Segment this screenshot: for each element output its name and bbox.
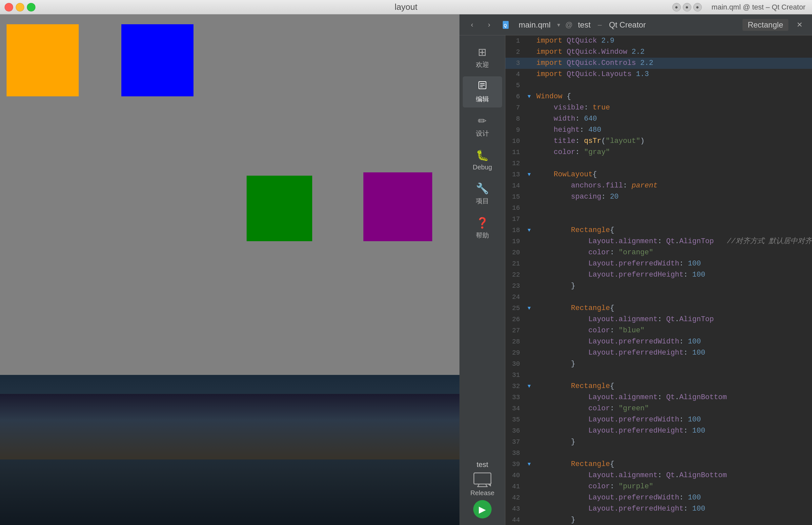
fold-gutter: ▸ [525, 124, 533, 136]
fold-gutter: ▸ [525, 214, 533, 225]
minimize-button[interactable] [16, 3, 24, 12]
svg-marker-10 [488, 484, 491, 487]
code-line-32: 32 ▼ Rectangle{ [505, 381, 812, 392]
window-ctrl-3[interactable]: ● [693, 3, 702, 12]
code-content: Layout.alignment: Qt.AlignTop //对齐方式 默认居… [533, 236, 812, 247]
code-line-8: 8 ▸ width: 640 [505, 114, 812, 124]
green-rectangle [247, 176, 312, 241]
code-line-33: 33 ▸ Layout.alignment: Qt.AlignBottom [505, 392, 812, 403]
code-content: height: 480 [533, 124, 812, 136]
title-bar-right: ● ● ● main.qml @ test – Qt Creator [666, 0, 812, 14]
window-ctrl-2[interactable]: ● [683, 3, 691, 12]
line-number: 11 [505, 147, 525, 158]
maximize-button[interactable] [27, 3, 35, 12]
line-number: 42 [505, 492, 525, 504]
code-line-6: 6 ▼ Window { [505, 91, 812, 102]
code-content: color: "purple" [533, 481, 812, 492]
code-content: Layout.alignment: Qt.AlignBottom [533, 470, 812, 481]
file-icon: Q [500, 19, 512, 31]
sidebar-item-help[interactable]: ❓ 帮助 [463, 213, 502, 244]
line-number: 34 [505, 403, 525, 414]
window-title-left: layout [394, 2, 417, 12]
fold-gutter[interactable]: ▼ [525, 303, 533, 314]
code-content: color: "gray" [533, 147, 812, 158]
line-number: 7 [505, 102, 525, 114]
sidebar-item-debug[interactable]: 🐛 Debug [463, 145, 502, 175]
fold-gutter[interactable]: ▼ [525, 381, 533, 392]
fold-gutter: ▸ [525, 514, 533, 525]
code-content [533, 448, 812, 459]
line-number: 6 [505, 91, 525, 102]
code-content: color: "green" [533, 403, 812, 414]
line-number: 1 [505, 35, 525, 47]
close-editor-button[interactable]: ✕ [794, 19, 806, 31]
sidebar-item-welcome[interactable]: ⊞ 欢迎 [463, 42, 502, 73]
fold-gutter[interactable]: ▼ [525, 169, 533, 180]
edit-icon [478, 80, 487, 93]
back-button[interactable]: ‹ [466, 19, 478, 31]
dropdown-arrow[interactable]: ▾ [557, 21, 560, 29]
fold-gutter: ▸ [525, 158, 533, 169]
code-line-39: 39 ▼ Rectangle{ [505, 459, 812, 470]
code-line-38: 38 ▸ [505, 448, 812, 459]
fold-gutter: ▸ [525, 35, 533, 47]
traffic-lights [4, 3, 35, 12]
code-content [533, 80, 812, 91]
code-content: Layout.preferredWidth: 100 [533, 492, 812, 504]
project-name: test [578, 20, 591, 30]
code-content [533, 214, 812, 225]
right-panel: ‹ › Q main.qml ▾ @ test – Qt Creator Rec… [460, 14, 812, 525]
fold-gutter: ▸ [525, 504, 533, 514]
sidebar-item-project[interactable]: 🔧 项目 [463, 178, 502, 209]
window-ctrl-1[interactable]: ● [672, 3, 681, 12]
line-number: 16 [505, 202, 525, 214]
close-button[interactable] [4, 3, 13, 12]
line-number: 31 [505, 370, 525, 381]
sidebar-item-design[interactable]: ✏ 设计 [463, 111, 502, 142]
line-number: 23 [505, 281, 525, 292]
code-line-18: 18 ▼ Rectangle{ [505, 225, 812, 236]
forward-button[interactable]: › [483, 19, 495, 31]
test-bar: test Release ▶ [460, 461, 505, 525]
code-line-20: 20 ▸ color: "orange" [505, 247, 812, 258]
fold-gutter[interactable]: ▼ [525, 459, 533, 470]
run-button[interactable]: ▶ [473, 500, 492, 519]
code-content: color: "orange" [533, 247, 812, 258]
code-content: } [533, 281, 812, 292]
code-content: } [533, 514, 812, 525]
dash-separator: – [598, 21, 602, 29]
line-number: 8 [505, 114, 525, 124]
landscape-water [0, 460, 460, 525]
fold-gutter: ▸ [525, 392, 533, 403]
line-number: 20 [505, 247, 525, 258]
title-bar: layout ● ● ● main.qml @ test – Qt Creato… [0, 0, 812, 14]
fold-gutter: ▸ [525, 314, 533, 325]
code-content: spacing: 20 [533, 191, 812, 202]
code-editor[interactable]: 1 ▸ import QtQuick 2.9 2 ▸ import QtQuic… [505, 35, 812, 525]
code-line-25: 25 ▼ Rectangle{ [505, 303, 812, 314]
project-icon: 🔧 [476, 182, 489, 195]
line-number: 37 [505, 436, 525, 448]
code-content: Rectangle{ [533, 381, 812, 392]
line-number: 13 [505, 169, 525, 180]
line-number: 36 [505, 425, 525, 436]
line-number: 38 [505, 448, 525, 459]
fold-gutter[interactable]: ▼ [525, 91, 533, 102]
line-number: 40 [505, 470, 525, 481]
welcome-icon: ⊞ [478, 46, 487, 58]
code-line-22: 22 ▸ Layout.preferredHeight: 100 [505, 269, 812, 281]
landscape-area [0, 375, 460, 525]
orange-rectangle [6, 24, 79, 96]
line-number: 17 [505, 214, 525, 225]
code-content: Layout.alignment: Qt.AlignBottom [533, 392, 812, 403]
design-icon: ✏ [478, 115, 487, 127]
fold-gutter: ▸ [525, 448, 533, 459]
code-content: color: "blue" [533, 325, 812, 336]
fold-gutter[interactable]: ▼ [525, 225, 533, 236]
fold-gutter: ▸ [525, 370, 533, 381]
sidebar-item-edit[interactable]: 编辑 [463, 76, 502, 107]
code-content: } [533, 436, 812, 448]
code-content: anchors.fill: parent [533, 180, 812, 191]
test-label: test [477, 461, 488, 469]
code-content: Layout.preferredHeight: 100 [533, 347, 812, 359]
